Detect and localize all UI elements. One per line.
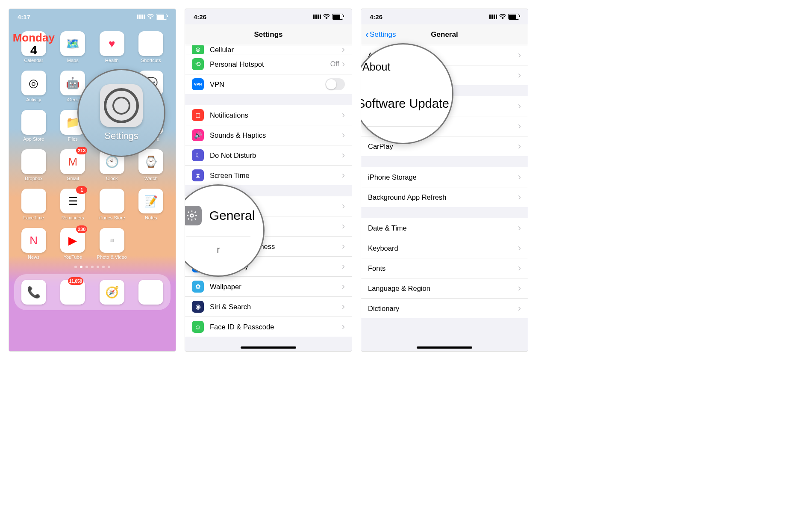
dock-mail[interactable]: 11,059✉ — [59, 280, 86, 305]
hourglass-icon: ⧗ — [192, 169, 204, 181]
row-vpn[interactable]: VPNVPN — [185, 74, 352, 94]
row-about-zoomed[interactable]: About — [362, 61, 390, 73]
row-faceid[interactable]: ☺Face ID & Passcode› — [185, 317, 352, 337]
row-screen-time[interactable]: ⧗Screen Time› — [185, 166, 352, 185]
dock-safari[interactable]: 🧭 — [99, 280, 125, 305]
row-fonts[interactable]: Fonts› — [361, 258, 528, 278]
row-notifications[interactable]: ◻Notifications› — [185, 105, 352, 125]
app-activity[interactable]: ◎Activity — [17, 71, 51, 102]
chevron-right-icon: › — [518, 172, 521, 182]
badge-youtube: 230 — [76, 225, 87, 233]
status-bar: 4:26 — [185, 9, 352, 24]
hotspot-value: Off — [330, 60, 339, 68]
status-bar: 4:26 — [361, 9, 528, 24]
nav-bar: Settings — [185, 24, 352, 45]
calendar-day-name: Monday — [13, 31, 55, 44]
badge-mail: 11,059 — [68, 277, 84, 285]
app-health[interactable]: ♥Health — [95, 31, 129, 63]
chevron-right-icon: › — [518, 192, 521, 202]
dock-phone[interactable]: 📞 — [21, 280, 47, 305]
chevron-right-icon: › — [518, 243, 521, 253]
chevron-right-icon: › — [342, 130, 345, 140]
wifi-icon — [499, 13, 506, 21]
row-background-refresh[interactable]: Background App Refresh› — [361, 187, 528, 207]
home-indicator[interactable] — [241, 346, 296, 349]
link-icon: ⟲ — [192, 58, 204, 70]
magnifier-settings-app: Settings — [77, 69, 165, 157]
badge-gmail: 213 — [76, 147, 87, 154]
chevron-right-icon: › — [518, 71, 521, 80]
app-itunes[interactable]: ★iTunes Store — [95, 189, 129, 220]
app-dropbox[interactable]: ⧈Dropbox — [17, 149, 51, 181]
chevron-right-icon: › — [518, 284, 521, 293]
app-news[interactable]: NNews — [17, 228, 51, 260]
gear-icon — [185, 206, 202, 225]
app-reminders[interactable]: 1☰Reminders — [56, 189, 90, 220]
magnifier-sub-row: r — [186, 237, 250, 256]
clock: 4:17 — [18, 13, 30, 21]
row-cellular[interactable]: ⊚Cellular› — [185, 45, 352, 54]
calendar-day-num: 4 — [30, 44, 37, 56]
row-wallpaper[interactable]: ✿Wallpaper› — [185, 277, 352, 297]
wifi-icon — [323, 13, 330, 21]
app-folder-photo-video[interactable]: ▫️Photo & Video — [95, 228, 129, 260]
chevron-left-icon: ‹ — [365, 29, 369, 41]
chevron-right-icon: › — [518, 50, 521, 60]
row-general-zoomed[interactable]: General — [185, 206, 255, 225]
row-dictionary[interactable]: Dictionary› — [361, 299, 528, 318]
app-notes[interactable]: 📝Notes — [134, 189, 168, 220]
row-software-update-zoomed[interactable]: Software Update — [361, 97, 449, 111]
row-dnd[interactable]: ☾Do Not Disturb› — [185, 145, 352, 166]
app-watch[interactable]: ⌚Watch — [134, 149, 168, 181]
vpn-toggle[interactable] — [325, 78, 345, 90]
signal-icon — [313, 15, 321, 19]
chevron-right-icon: › — [342, 45, 345, 54]
page-indicator[interactable] — [9, 266, 176, 268]
dock-music[interactable]: ♫ — [138, 280, 164, 305]
chevron-right-icon: › — [518, 304, 521, 313]
gear-icon — [104, 88, 139, 123]
battery-icon — [332, 14, 343, 20]
notifications-icon: ◻ — [192, 109, 204, 121]
clock: 4:26 — [194, 13, 206, 21]
row-keyboard[interactable]: Keyboard› — [361, 238, 528, 258]
screenshot-settings: 4:26 Settings ⊚Cellular› ⟲Personal Hotsp… — [185, 9, 352, 352]
chevron-right-icon: › — [518, 263, 521, 273]
nav-bar: ‹Settings General — [361, 24, 528, 45]
chevron-right-icon: › — [342, 262, 345, 271]
back-button[interactable]: ‹Settings — [365, 29, 396, 41]
chevron-right-icon: › — [518, 142, 521, 151]
app-gmail[interactable]: 213MGmail — [56, 149, 90, 181]
app-facetime[interactable]: ▮FaceTime — [17, 189, 51, 220]
app-youtube[interactable]: 230▶YouTube — [56, 228, 90, 260]
app-appstore[interactable]: ⒶApp Store — [17, 110, 51, 142]
chevron-right-icon: › — [342, 302, 345, 311]
app-shortcuts[interactable]: ✦Shortcuts — [134, 31, 168, 63]
faceid-icon: ☺ — [192, 321, 204, 333]
app-maps[interactable]: 🗺️Maps — [56, 31, 90, 63]
row-storage[interactable]: iPhone Storage› — [361, 167, 528, 187]
magnifier-label: General — [209, 208, 255, 223]
app-calendar[interactable]: Monday4Calendar — [17, 31, 51, 63]
flower-icon: ✿ — [192, 281, 204, 293]
row-sounds[interactable]: 🔊Sounds & Haptics› — [185, 125, 352, 145]
svg-point-0 — [190, 214, 193, 217]
row-personal-hotspot[interactable]: ⟲Personal HotspotOff› — [185, 54, 352, 74]
row-date-time[interactable]: Date & Time› — [361, 218, 528, 238]
chevron-right-icon: › — [342, 110, 345, 120]
chevron-right-icon: › — [342, 151, 345, 160]
chevron-right-icon: › — [518, 101, 521, 111]
row-language[interactable]: Language & Region› — [361, 278, 528, 299]
battery-icon — [156, 14, 167, 20]
badge-reminders: 1 — [76, 186, 87, 194]
chevron-right-icon: › — [342, 242, 345, 251]
chevron-right-icon: › — [342, 282, 345, 291]
sounds-icon: 🔊 — [192, 129, 204, 141]
home-indicator[interactable] — [417, 346, 472, 349]
chevron-right-icon: › — [518, 121, 521, 131]
magnifier-label: Settings — [104, 130, 138, 142]
settings-app-icon[interactable] — [100, 84, 143, 127]
screenshot-general: 4:26 ‹Settings General About› Software U… — [361, 9, 528, 352]
moon-icon: ☾ — [192, 149, 204, 161]
row-siri[interactable]: ◉Siri & Search› — [185, 297, 352, 317]
